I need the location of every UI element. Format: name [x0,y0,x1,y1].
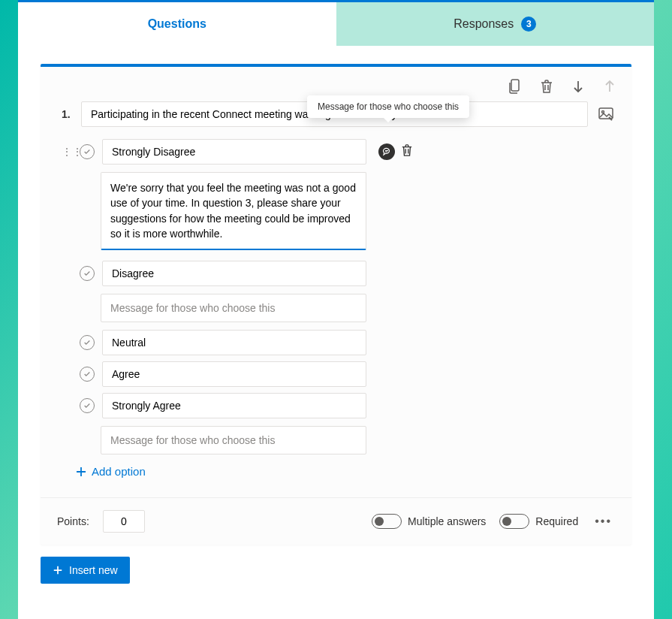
required-label: Required [535,515,578,527]
tab-responses-label: Responses [454,17,514,31]
more-icon[interactable]: ••• [592,515,615,528]
move-up-icon [603,79,616,94]
response-count-badge: 3 [521,17,536,32]
plus-icon [75,466,87,478]
add-option-button[interactable]: Add option [75,465,631,478]
correct-toggle[interactable] [80,367,95,382]
media-icon[interactable] [595,104,616,124]
question-card: 1. Message for those who choose this ⋮⋮ [41,64,631,545]
copy-icon[interactable] [508,79,522,94]
move-down-icon[interactable] [571,79,585,94]
branch-message-input[interactable]: We're sorry that you feel the meeting wa… [101,172,366,250]
option-input[interactable] [102,139,366,165]
svg-rect-1 [599,108,613,119]
correct-toggle[interactable] [80,398,95,413]
drag-handle-icon[interactable]: ⋮⋮ [62,146,72,158]
tab-responses[interactable]: Responses 3 [336,2,655,46]
multiple-answers-toggle[interactable] [372,514,402,529]
correct-toggle[interactable] [80,144,95,159]
plus-icon [53,565,63,575]
tab-questions-label: Questions [148,17,206,31]
points-label: Points: [57,515,89,527]
trash-icon[interactable] [540,79,553,94]
correct-toggle[interactable] [80,335,95,350]
insert-new-button[interactable]: Insert new [41,557,130,584]
branch-message-placeholder[interactable]: Message for those who choose this [101,294,366,322]
tooltip: Message for those who choose this [307,95,469,118]
branch-message-icon[interactable] [378,143,395,160]
option-input[interactable] [102,261,366,286]
required-toggle[interactable] [499,514,529,529]
option-input[interactable] [102,393,366,418]
branch-message-placeholder[interactable]: Message for those who choose this [101,426,366,454]
svg-rect-0 [511,80,519,91]
tab-questions[interactable]: Questions [18,2,336,46]
question-number: 1. [62,108,74,120]
option-input[interactable] [102,361,366,387]
correct-toggle[interactable] [80,266,95,281]
points-input[interactable] [103,510,145,533]
option-input[interactable] [102,330,366,355]
multiple-answers-label: Multiple answers [408,515,486,527]
option-trash-icon[interactable] [401,143,413,160]
insert-new-label: Insert new [69,564,118,576]
add-option-label: Add option [92,465,146,478]
